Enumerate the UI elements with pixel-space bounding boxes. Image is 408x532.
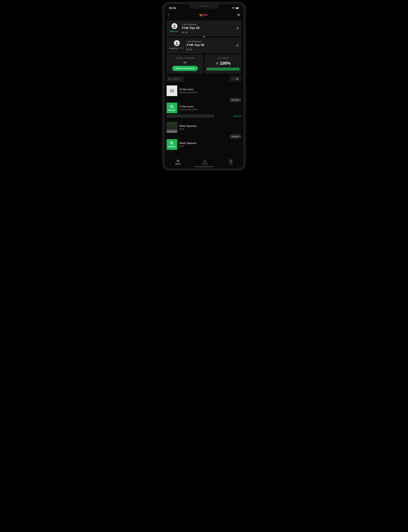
last-synced-card: SENAST SYNKADE nu Tryck för att synka nu <box>167 54 203 73</box>
nav-label: Profil <box>229 163 233 165</box>
track-artist: Roaring Kitty (DFV) <box>179 108 241 111</box>
svg-rect-2 <box>239 8 239 9</box>
svg-rect-1 <box>236 8 238 9</box>
search-icon <box>169 78 171 80</box>
tracklist-icon <box>182 32 184 34</box>
transfer-icon <box>176 160 180 162</box>
settings-button[interactable] <box>237 13 240 17</box>
nav-profile[interactable]: Profil <box>229 160 233 165</box>
track-row: Matched To the moon Roaring Kitty (DFV) <box>167 103 241 113</box>
spotify-label: Spotify <box>173 30 178 32</box>
last-synced-label: SENAST SYNKADE <box>169 57 201 59</box>
sync-now-button[interactable]: Tryck för att synka nu <box>172 66 198 71</box>
tracklist-icon <box>187 49 189 51</box>
avatar <box>174 40 180 46</box>
matched-art: Matched <box>167 139 177 150</box>
svg-point-12 <box>171 125 172 127</box>
last-synced-value: nu <box>169 61 201 64</box>
search-box[interactable] <box>167 76 185 82</box>
completion-card: SLUTFÖRD 100% <box>205 54 241 73</box>
matched-label: Matched <box>169 109 175 111</box>
nav-label: Statistik <box>202 163 208 165</box>
track-row: Matched Silver Squeeze WSS <box>167 139 241 150</box>
svg-point-6 <box>176 42 178 43</box>
playlist-title: FYM Top 50 <box>182 26 239 30</box>
track-item: Silver Squeeze WSS Rematch Matched Silve… <box>165 120 243 153</box>
spotify-badge: Spotify <box>171 30 178 32</box>
search-icon <box>170 105 174 108</box>
playlist-count: 50 <box>182 31 239 34</box>
track-row: 23 To the moon Roaring Kitty (DFV) <box>167 85 241 96</box>
sort-icon <box>232 78 234 80</box>
stats-row: SENAST SYNKADE nu Tryck för att synka nu… <box>167 54 241 73</box>
track-artist: WSS <box>179 128 241 130</box>
progress-bar <box>207 68 239 71</box>
phone-frame: 15:31 <box>162 2 246 170</box>
screen: 15:31 <box>165 4 243 168</box>
profile-icon <box>230 160 232 162</box>
filter-value: All <box>236 78 238 80</box>
match-status: Matched <box>233 115 241 117</box>
album-art <box>167 122 177 133</box>
external-link-button[interactable] <box>236 44 239 47</box>
svg-point-3 <box>174 25 175 26</box>
home-indicator[interactable] <box>195 166 213 167</box>
external-link-button[interactable] <box>236 27 239 30</box>
avatar <box>171 23 178 29</box>
signal-dots-icon <box>228 8 231 8</box>
status-right <box>228 7 239 9</box>
track-artist: Roaring Kitty (DFV) <box>179 91 241 94</box>
wifi-icon <box>232 7 235 9</box>
search-filter-row: All <box>165 75 243 83</box>
track-item: 23 To the moon Roaring Kitty (DFV) Remat… <box>165 83 243 120</box>
album-art: 23 <box>167 85 177 96</box>
search-icon <box>170 141 174 145</box>
nav-label: Överför <box>175 163 181 165</box>
rematch-button[interactable]: Rematch <box>230 98 241 102</box>
amazon-music-badge: amazonmusic <box>169 47 185 49</box>
dest-playlist-card: amazonmusic Luke Newman FYM Top 50 50 <box>167 37 241 53</box>
track-title: To the moon <box>179 88 241 91</box>
track-title: To the moon <box>179 105 241 108</box>
playlist-title: FYM Top 50 <box>187 43 239 47</box>
app-logo <box>199 13 208 17</box>
source-playlist-card: Spotify Luke Newman FYM Top 50 50 <box>167 20 241 36</box>
notch <box>189 4 219 9</box>
nav-statistics[interactable]: Statistik <box>202 160 208 165</box>
completion-label: SLUTFÖRD <box>207 57 239 59</box>
filter-dropdown[interactable]: All <box>229 76 241 82</box>
nav-transfer[interactable]: Överför <box>175 160 181 165</box>
amazon-swoosh-icon <box>178 47 185 49</box>
playlist-owner: Luke Newman <box>187 40 239 43</box>
bottom-nav: Överför Statistik Profil <box>165 158 243 168</box>
waveform <box>167 115 231 118</box>
top-nav <box>165 11 243 19</box>
playlist-owner: Luke Newman <box>182 23 239 26</box>
matched-label: Matched <box>169 146 175 148</box>
svg-point-15 <box>230 160 231 161</box>
waveform-row: Matched <box>167 115 241 118</box>
search-input[interactable] <box>172 78 183 80</box>
playlist-count: 50 <box>187 48 239 51</box>
chart-icon <box>203 160 206 162</box>
track-title: Silver Squeeze <box>179 142 241 145</box>
track-artist: WSS <box>179 145 241 148</box>
status-time: 15:31 <box>169 6 176 10</box>
transfer-arrow-icon <box>202 35 206 38</box>
battery-icon <box>236 7 239 9</box>
track-title: Silver Squeeze <box>179 124 241 127</box>
completion-value: 100% <box>207 61 239 66</box>
back-button[interactable] <box>168 13 170 17</box>
refresh-icon <box>215 62 219 65</box>
track-row: Silver Squeeze WSS <box>167 122 241 133</box>
matched-art: Matched <box>167 103 177 113</box>
rematch-button[interactable]: Rematch <box>230 134 241 139</box>
